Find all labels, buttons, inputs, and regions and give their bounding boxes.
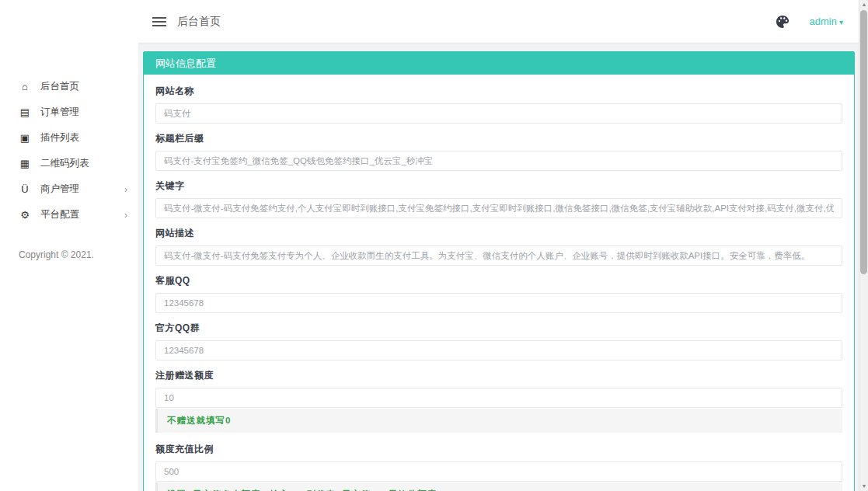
field-input[interactable] (155, 198, 842, 218)
sidebar-item-plugins[interactable]: ▣ 插件列表 (0, 125, 138, 151)
main-content: 网站信息配置 网站名称 标题栏后缀 关键字 网站描述 客服QQ 官方QQ群 注册… (138, 43, 859, 491)
form-fields: 网站名称 标题栏后缀 关键字 网站描述 客服QQ 官方QQ群 注册赠送额度 不赠… (144, 75, 854, 491)
table-icon: ▤ (19, 106, 31, 118)
site-config-card: 网站信息配置 网站名称 标题栏后缀 关键字 网站描述 客服QQ 官方QQ群 注册… (143, 51, 855, 491)
scroll-down-icon[interactable]: ▼ (859, 482, 868, 491)
sidebar-item-label: 二维码列表 (40, 157, 127, 170)
sidebar-item-qrcodes[interactable]: ▦ 二维码列表 (0, 151, 138, 176)
sidebar-item-label: 商户管理 (40, 183, 124, 196)
page-title: 后台首页 (177, 15, 221, 29)
sidebar-item-label: 后台首页 (40, 80, 127, 93)
sidebar-item-platform[interactable]: ⚙ 平台配置 › (0, 202, 138, 228)
chevron-right-icon: › (124, 210, 127, 221)
field-input[interactable] (155, 461, 842, 482)
field-input[interactable] (155, 293, 842, 313)
field-input[interactable] (155, 246, 842, 266)
sidebar-item-label: 平台配置 (40, 208, 124, 221)
window-icon: ▣ (19, 132, 31, 144)
sidebar-item-orders[interactable]: ▤ 订单管理 (0, 99, 138, 125)
gear-icon: ⚙ (19, 209, 31, 221)
hamburger-menu-icon[interactable] (152, 15, 166, 29)
field-label: 标题栏后缀 (155, 132, 842, 145)
field-helper: 设置1元充值多少额度，输入100则代表1元充值100元软件额度 (155, 482, 842, 491)
field-label: 关键字 (155, 179, 842, 193)
qrcode-icon: ▦ (19, 158, 31, 169)
topbar: 后台首页 admin▾ (138, 0, 859, 43)
scroll-up-icon[interactable]: ▲ (859, 0, 868, 9)
sidebar-item-label: 订单管理 (40, 106, 127, 119)
chevron-right-icon: › (124, 184, 127, 195)
sidebar-item-label: 插件列表 (40, 131, 127, 145)
field-input[interactable] (155, 388, 842, 408)
field-label: 客服QQ (155, 274, 842, 287)
field-input[interactable] (155, 151, 842, 171)
vertical-scrollbar[interactable]: ▲ ▼ (859, 0, 868, 491)
card-header-title: 网站信息配置 (144, 52, 854, 75)
home-icon: ⌂ (19, 81, 31, 92)
field-label: 额度充值比例 (155, 443, 842, 456)
sidebar-menu: ⌂ 后台首页 ▤ 订单管理 ▣ 插件列表 ▦ 二维码列表 Ü 商户管理 › ⚙ … (0, 74, 138, 228)
field-input[interactable] (155, 103, 842, 124)
merchant-icon: Ü (19, 183, 31, 195)
sidebar-item-home[interactable]: ⌂ 后台首页 (0, 74, 138, 99)
copyright-text: Copyright © 2021. (0, 249, 138, 260)
field-label: 官方QQ群 (155, 322, 842, 335)
sidebar: ⌂ 后台首页 ▤ 订单管理 ▣ 插件列表 ▦ 二维码列表 Ü 商户管理 › ⚙ … (0, 0, 138, 491)
caret-down-icon: ▾ (839, 18, 843, 26)
field-input[interactable] (155, 340, 842, 360)
field-label: 网站名称 (155, 85, 842, 98)
field-helper: 不赠送就填写0 (155, 409, 842, 433)
admin-user-label: admin (810, 16, 837, 27)
admin-user-menu[interactable]: admin▾ (810, 16, 843, 27)
field-label: 网站描述 (155, 227, 842, 240)
field-label: 注册赠送额度 (155, 369, 842, 382)
theme-palette-icon[interactable] (776, 15, 790, 29)
sidebar-item-merchants[interactable]: Ü 商户管理 › (0, 176, 138, 202)
scrollbar-thumb[interactable] (860, 10, 867, 274)
